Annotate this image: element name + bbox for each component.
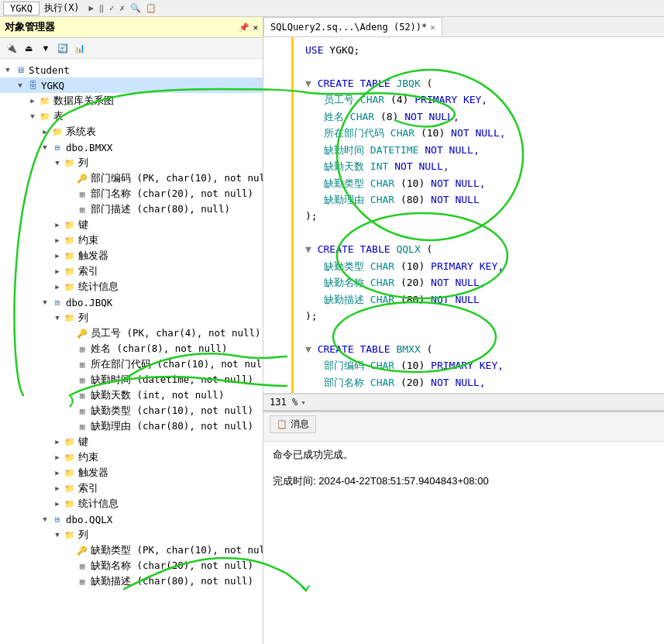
tree-item-diagrams[interactable]: ▶ 📁 数据库关系图	[0, 93, 263, 108]
expand-ygkq: ▼	[14, 79, 26, 91]
tree-item-student[interactable]: ▼ 🖥 Student	[0, 62, 263, 77]
bmxx-triggers-label: 触发器	[78, 250, 108, 263]
tree-item-jbqk-stats[interactable]: ▶ 📁 统计信息	[0, 496, 263, 511]
expand-bmxx-stats: ▶	[51, 281, 64, 293]
expand-qqlx: ▼	[39, 513, 51, 525]
jbqk-key-icon: 🔑	[76, 327, 88, 339]
sql-line-create-jbqk: ▼ CREATE TABLE JBQK (	[305, 75, 658, 91]
tree-item-bmxx-constraints[interactable]: ▶ 📁 约束	[0, 232, 263, 248]
close-panel-icon[interactable]: ✕	[253, 22, 258, 33]
tree-item-jbqk-indexes[interactable]: ▶ 📁 索引	[0, 480, 263, 496]
bmxx-col1-label: 部门编码 (PK, char(10), not null)	[91, 172, 263, 185]
disconnect-button[interactable]: ⏏	[22, 41, 36, 55]
folder-tables-icon: 📁	[39, 110, 51, 122]
db-selector[interactable]: YGKQ	[3, 2, 40, 15]
tree-container[interactable]: ▼ 🖥 Student ▼ 🗄 YGKQ ▶ 📁 数据库关系图 ▼ 📁 表	[0, 59, 263, 644]
tree-item-bmxx-col1[interactable]: 🔑 部门编码 (PK, char(10), not null)	[0, 170, 263, 186]
tree-item-bmxx-stats[interactable]: ▶ 📁 统计信息	[0, 279, 263, 294]
tree-item-qqlx-col2[interactable]: ▦ 缺勤名称 (char(20), not null)	[0, 558, 263, 573]
tree-item-qqlx-col3[interactable]: ▦ 缺勤描述 (char(80), not null)	[0, 573, 263, 589]
tree-item-jbqk-col1[interactable]: 🔑 员工号 (PK, char(4), not null)	[0, 325, 263, 341]
bmxx-col2-label: 部门名称 (char(20), not null)	[91, 188, 253, 201]
connect-button[interactable]: 🔌	[5, 41, 19, 55]
tree-item-bmxx-keys[interactable]: ▶ 📁 键	[0, 217, 263, 232]
tree-item-jbqk-cols[interactable]: ▼ 📁 列	[0, 310, 263, 325]
bmxx-stats-label: 统计信息	[78, 281, 119, 294]
jbqk-col4-icon: ▦	[76, 374, 88, 386]
tree-item-bmxx[interactable]: ▼ ⊞ dbo.BMXX	[0, 139, 263, 155]
jbqk-col6-label: 缺勤类型 (char(10), not null)	[91, 405, 253, 418]
filter-button[interactable]: ▼	[39, 41, 53, 55]
tree-item-bmxx-col2[interactable]: ▦ 部门名称 (char(20), not null)	[0, 186, 263, 201]
expand-bmxx-cols: ▼	[51, 157, 64, 169]
qqlx-col2-icon: ▦	[76, 560, 88, 572]
tree-item-bmxx-col3[interactable]: ▦ 部门描述 (char(80), null)	[0, 201, 263, 217]
jbqk-col3-spacer	[64, 358, 76, 370]
tables-label: 表	[53, 110, 64, 123]
folder-jbqk-cols-icon: 📁	[64, 312, 76, 324]
jbqk-col2-icon: ▦	[76, 343, 88, 355]
tree-item-qqlx-col1[interactable]: 🔑 缺勤类型 (PK, char(10), not null)	[0, 542, 263, 558]
jbqk-label: dbo.JBQK	[66, 297, 112, 308]
tree-item-bmxx-indexes[interactable]: ▶ 📁 索引	[0, 263, 263, 279]
sql-line-blank2	[305, 225, 658, 241]
system-tables-label: 系统表	[66, 126, 96, 139]
bottom-area: 📋 消息 命令已成功完成。 完成时间: 2024-04-22T08:51:57.…	[263, 411, 664, 644]
jbqk-col4-label: 缺勤时间 (datetime, not null)	[91, 374, 253, 387]
tree-item-system-tables[interactable]: ▶ 📁 系统表	[0, 124, 263, 139]
tree-item-jbqk-col4[interactable]: ▦ 缺勤时间 (datetime, not null)	[0, 372, 263, 387]
qqlx-key-icon: 🔑	[76, 544, 88, 556]
tree-item-jbqk-col7[interactable]: ▦ 缺勤理由 (char(80), not null)	[0, 418, 263, 434]
tree-item-bmxx-triggers[interactable]: ▶ 📁 触发器	[0, 248, 263, 263]
tree-item-jbqk[interactable]: ▼ ⊞ dbo.JBQK	[0, 294, 263, 310]
jbqk-col2-label: 姓名 (char(8), not null)	[91, 343, 228, 356]
folder-jbqk-triggers-icon: 📁	[64, 467, 76, 479]
tree-item-jbqk-col2[interactable]: ▦ 姓名 (char(8), not null)	[0, 341, 263, 356]
qqlx-col2-spacer	[64, 560, 76, 572]
tab-close-icon[interactable]: ×	[430, 22, 435, 33]
key-col-icon: 🔑	[76, 172, 88, 184]
execute-menu[interactable]: 执行(X)	[44, 2, 80, 15]
messages-tab[interactable]: 📋 消息	[270, 415, 316, 433]
sql-line-qqlx-f3: 缺勤描述 CHAR (80) NOT NULL	[305, 291, 658, 308]
folder-bmxx-indexes-icon: 📁	[64, 265, 76, 277]
tree-item-ygkq[interactable]: ▼ 🗄 YGKQ	[0, 77, 263, 93]
query-tab[interactable]: SQLQuery2.sq...\Adeng (52))* ×	[263, 17, 442, 36]
panel-header-buttons: 📌 ✕	[239, 22, 258, 33]
tree-item-qqlx-cols[interactable]: ▼ 📁 列	[0, 527, 263, 542]
pin-icon[interactable]: 📌	[239, 22, 249, 33]
table-jbqk-icon: ⊞	[51, 296, 64, 308]
tree-item-jbqk-col3[interactable]: ▦ 所在部门代码 (char(10), not null)	[0, 356, 263, 372]
folder-system-icon: 📁	[51, 126, 64, 138]
bmxx-label: dbo.BMXX	[66, 142, 112, 153]
tree-item-bmxx-cols[interactable]: ▼ 📁 列	[0, 155, 263, 170]
bmxx-col3-spacer	[64, 203, 76, 215]
folder-bmxx-stats-icon: 📁	[64, 281, 76, 293]
toolbar-icons: ▶ ‖ ✓ ✗ 🔍 📋	[89, 3, 157, 13]
expand-bmxx-keys: ▶	[51, 219, 64, 231]
expand-bmxx-triggers: ▶	[51, 250, 64, 262]
jbqk-col1-label: 员工号 (PK, char(4), not null)	[91, 327, 261, 340]
qqlx-col3-spacer	[64, 575, 76, 587]
tree-item-jbqk-constraints[interactable]: ▶ 📁 约束	[0, 449, 263, 465]
zoom-level[interactable]: 131 %	[270, 397, 298, 408]
tree-item-tables[interactable]: ▼ 📁 表	[0, 108, 263, 124]
tree-item-qqlx[interactable]: ▼ ⊞ dbo.QQLX	[0, 511, 263, 527]
sql-line-use: USE YGKQ;	[305, 42, 658, 58]
messages-panel: 命令已成功完成。 完成时间: 2024-04-22T08:51:57.94048…	[263, 442, 664, 644]
tree-item-jbqk-col5[interactable]: ▦ 缺勤天数 (int, not null)	[0, 387, 263, 403]
expand-bmxx: ▼	[39, 141, 51, 153]
refresh-button[interactable]: 🔄	[56, 41, 70, 55]
tree-item-jbqk-keys[interactable]: ▶ 📁 键	[0, 434, 263, 449]
summary-button[interactable]: 📊	[73, 41, 87, 55]
jbqk-col5-spacer	[64, 389, 76, 401]
bmxx-col1-spacer	[64, 172, 76, 184]
messages-tab-icon: 📋	[277, 419, 287, 429]
jbqk-col6-spacer	[64, 405, 76, 417]
query-editor[interactable]: USE YGKQ; ▼ CREATE TABLE JBQK ( 员工号 CHAR	[263, 37, 664, 394]
sql-line-jbqk-f4: 缺勤时间 DATETIME NOT NULL,	[305, 142, 658, 158]
tree-item-jbqk-triggers[interactable]: ▶ 📁 触发器	[0, 465, 263, 480]
sql-line-jbqk-f3: 所在部门代码 CHAR (10) NOT NULL,	[305, 125, 658, 141]
tree-item-jbqk-col6[interactable]: ▦ 缺勤类型 (char(10), not null)	[0, 403, 263, 418]
messages-tab-label: 消息	[291, 418, 309, 431]
